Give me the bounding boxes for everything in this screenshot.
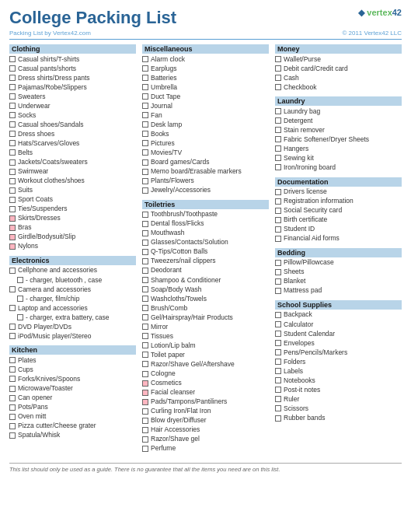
checkbox[interactable] — [142, 342, 148, 348]
checkbox[interactable] — [9, 225, 16, 231]
checkbox[interactable] — [275, 415, 281, 422]
checkbox[interactable] — [142, 333, 148, 339]
checkbox[interactable] — [142, 408, 148, 415]
checkbox[interactable] — [9, 149, 16, 156]
checkbox[interactable] — [9, 159, 16, 166]
checkbox[interactable] — [275, 340, 281, 346]
checkbox[interactable] — [142, 112, 148, 118]
checkbox[interactable] — [142, 121, 148, 128]
checkbox[interactable] — [275, 75, 281, 81]
checkbox[interactable] — [275, 198, 281, 205]
checkbox[interactable] — [9, 65, 16, 72]
checkbox[interactable] — [142, 324, 148, 330]
checkbox[interactable] — [17, 314, 23, 320]
checkbox[interactable] — [275, 56, 281, 62]
checkbox[interactable] — [275, 312, 281, 318]
checkbox[interactable] — [9, 414, 16, 420]
checkbox[interactable] — [9, 75, 16, 81]
checkbox[interactable] — [9, 103, 16, 109]
checkbox[interactable] — [142, 249, 148, 255]
checkbox[interactable] — [275, 396, 281, 402]
checkbox[interactable] — [275, 359, 281, 365]
checkbox[interactable] — [142, 277, 148, 283]
checkbox[interactable] — [275, 278, 281, 285]
checkbox[interactable] — [9, 131, 16, 137]
checkbox[interactable] — [9, 243, 16, 250]
checkbox[interactable] — [142, 258, 148, 264]
checkbox[interactable] — [142, 371, 148, 377]
checkbox[interactable] — [9, 395, 16, 401]
checkbox[interactable] — [142, 286, 148, 292]
checkbox[interactable] — [275, 117, 281, 124]
checkbox[interactable] — [275, 288, 281, 294]
checkbox[interactable] — [142, 178, 148, 184]
checkbox[interactable] — [275, 189, 281, 195]
checkbox[interactable] — [142, 418, 148, 424]
checkbox[interactable] — [275, 145, 281, 152]
checkbox[interactable] — [142, 187, 148, 194]
checkbox[interactable] — [142, 159, 148, 166]
checkbox[interactable] — [9, 404, 16, 411]
checkbox[interactable] — [9, 112, 16, 118]
checkbox[interactable] — [275, 269, 281, 275]
checkbox[interactable] — [142, 230, 148, 236]
checkbox[interactable] — [9, 187, 16, 194]
checkbox[interactable] — [9, 333, 16, 339]
checkbox[interactable] — [142, 140, 148, 146]
checkbox[interactable] — [275, 164, 281, 170]
checkbox[interactable] — [9, 357, 16, 363]
checkbox[interactable] — [275, 65, 281, 72]
checkbox[interactable] — [9, 84, 16, 90]
checkbox[interactable] — [142, 212, 148, 218]
checkbox[interactable] — [142, 240, 148, 246]
checkbox[interactable] — [142, 314, 148, 320]
checkbox[interactable] — [142, 93, 148, 100]
checkbox[interactable] — [275, 260, 281, 266]
checkbox[interactable] — [275, 108, 281, 114]
checkbox[interactable] — [9, 386, 16, 392]
checkbox[interactable] — [9, 178, 16, 184]
checkbox[interactable] — [142, 399, 148, 405]
checkbox[interactable] — [9, 268, 16, 274]
checkbox[interactable] — [275, 226, 281, 233]
checkbox[interactable] — [275, 405, 281, 411]
checkbox[interactable] — [275, 331, 281, 337]
checkbox[interactable] — [142, 446, 148, 452]
checkbox[interactable] — [275, 136, 281, 142]
checkbox[interactable] — [9, 121, 16, 128]
checkbox[interactable] — [275, 321, 281, 327]
checkbox[interactable] — [142, 75, 148, 81]
checkbox[interactable] — [275, 84, 281, 90]
checkbox[interactable] — [9, 215, 16, 222]
checkbox[interactable] — [17, 296, 23, 302]
checkbox[interactable] — [9, 140, 16, 146]
checkbox[interactable] — [142, 427, 148, 433]
checkbox[interactable] — [142, 149, 148, 156]
checkbox[interactable] — [275, 387, 281, 393]
checkbox[interactable] — [9, 432, 16, 439]
checkbox[interactable] — [275, 368, 281, 374]
checkbox[interactable] — [275, 208, 281, 214]
checkbox[interactable] — [142, 436, 148, 443]
checkbox[interactable] — [9, 305, 16, 311]
checkbox[interactable] — [9, 197, 16, 203]
checkbox[interactable] — [142, 268, 148, 274]
checkbox[interactable] — [142, 221, 148, 227]
checkbox[interactable] — [142, 56, 148, 62]
checkbox[interactable] — [142, 65, 148, 72]
checkbox[interactable] — [275, 377, 281, 383]
checkbox[interactable] — [142, 84, 148, 90]
checkbox[interactable] — [275, 236, 281, 242]
checkbox[interactable] — [142, 131, 148, 137]
checkbox[interactable] — [142, 169, 148, 175]
subheader-left[interactable]: Packing List by Vertex42.com — [9, 30, 91, 37]
checkbox[interactable] — [142, 390, 148, 396]
checkbox[interactable] — [17, 277, 23, 283]
checkbox[interactable] — [9, 206, 16, 212]
checkbox[interactable] — [142, 103, 148, 109]
checkbox[interactable] — [275, 349, 281, 355]
checkbox[interactable] — [275, 127, 281, 133]
checkbox[interactable] — [142, 361, 148, 367]
checkbox[interactable] — [275, 217, 281, 223]
checkbox[interactable] — [9, 366, 16, 373]
